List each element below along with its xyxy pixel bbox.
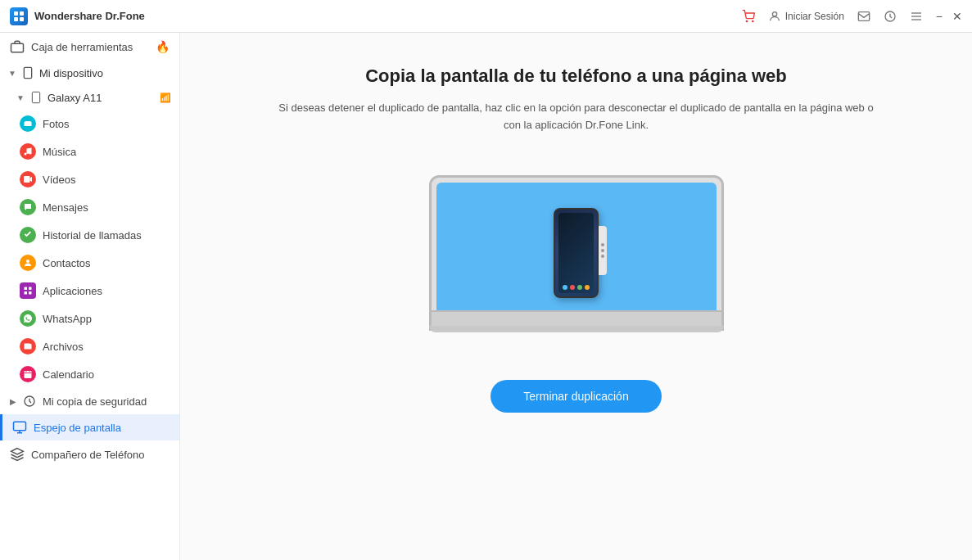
mensajes-icon [20,199,36,215]
laptop-body [429,175,724,331]
side-dot-1 [601,243,604,246]
musica-icon [20,143,36,160]
historial-label: Historial de llamadas [43,229,142,242]
archivos-icon [20,338,36,355]
page-title: Copia la pantalla de tu teléfono a una p… [365,65,787,87]
sidebar-item-companion[interactable]: Compañero de Teléfono [0,440,179,468]
svg-rect-2 [14,17,18,21]
toolbox-icon [10,39,25,54]
toolbox-label: Caja de herramientas [31,41,133,53]
mirror-icon [12,420,27,435]
login-button[interactable]: Iniciar Sesión [768,10,844,23]
sidebar-item-archivos[interactable]: Archivos [0,332,179,360]
sidebar-item-contactos[interactable]: Contactos [0,249,179,277]
laptop-stand [429,326,724,332]
phone-icon [29,91,43,104]
calendario-icon [20,366,36,382]
app-dot-4 [585,285,590,290]
phone-in-laptop [554,208,599,298]
mail-button[interactable] [857,10,870,23]
musica-label: Música [43,146,76,158]
calendario-label: Calendario [43,368,94,381]
sidebar-item-fotos[interactable]: Fotos [0,110,179,138]
sidebar-item-musica[interactable]: Música [0,138,179,165]
sidebar-item-galaxy[interactable]: ▼ Galaxy A11 📶 [0,85,179,110]
my-device-label: Mi dispositivo [39,67,103,79]
aplicaciones-label: Aplicaciones [43,285,102,297]
sidebar-item-videos[interactable]: Vídeos [0,165,179,193]
close-button[interactable]: ✕ [952,11,962,22]
sidebar-item-mirror[interactable]: Espejo de pantalla [0,414,179,440]
app-dot-3 [577,285,582,290]
svg-rect-0 [14,11,18,16]
whatsapp-label: WhatsApp [43,313,92,325]
companion-label: Compañero de Teléfono [31,449,145,461]
laptop-screen [436,183,717,323]
app-logo-icon [10,7,28,25]
phone-app-icons [563,285,590,290]
archivos-label: Archivos [43,341,84,353]
laptop-illustration [421,159,732,347]
main-layout: Caja de herramientas 🔥 ▼ Mi dispositivo … [0,33,972,560]
videos-icon [20,171,36,187]
contactos-icon [20,255,36,271]
cart-button[interactable] [742,10,755,23]
side-dot-2 [601,249,604,252]
app-name: Wondershare Dr.Fone [34,10,145,22]
sidebar-item-aplicaciones[interactable]: Aplicaciones [0,277,179,305]
companion-icon [10,447,25,462]
contactos-label: Contactos [43,257,91,269]
backup-icon [23,395,36,408]
sidebar-item-historial[interactable]: Historial de llamadas [0,221,179,249]
chevron-right-icon: ▶ [10,397,16,406]
sidebar-item-calendario[interactable]: Calendario [0,360,179,388]
svg-rect-1 [20,11,24,16]
svg-rect-12 [11,43,24,52]
minimize-button[interactable]: − [936,11,943,22]
content-area: Copia la pantalla de tu teléfono a una p… [180,33,972,560]
svg-rect-25 [25,371,32,378]
title-bar-actions: Iniciar Sesión [742,10,923,23]
chevron-icon: ▼ [8,69,16,78]
sidebar-item-backup[interactable]: ▶ Mi copia de seguridad [0,388,179,414]
svg-rect-19 [24,176,30,183]
svg-point-20 [26,260,29,263]
history-button[interactable] [884,10,897,23]
app-dot-2 [570,285,575,290]
sidebar-item-toolbox[interactable]: Caja de herramientas 🔥 [0,33,179,61]
phone-side-bar [599,226,607,275]
backup-label: Mi copia de seguridad [43,395,147,408]
whatsapp-icon [20,310,36,327]
svg-rect-22 [29,287,32,291]
svg-rect-21 [25,287,28,291]
videos-label: Vídeos [43,174,75,186]
svg-point-17 [25,153,27,156]
device-name-label: Galaxy A11 [47,92,102,104]
svg-rect-13 [24,67,31,78]
title-bar: Wondershare Dr.Fone Iniciar Sesión − ✕ [0,0,972,33]
sidebar-item-whatsapp[interactable]: WhatsApp [0,305,179,332]
chevron-down-icon: ▼ [16,93,25,102]
terminate-button[interactable]: Terminar duplicación [491,380,661,413]
app-dot-1 [563,285,567,290]
side-dot-3 [601,255,604,258]
svg-rect-24 [29,291,32,295]
page-description: Si deseas detener el duplicado de pantal… [269,100,884,134]
fotos-label: Fotos [43,118,70,130]
menu-button[interactable] [910,10,923,23]
mensajes-label: Mensajes [43,201,88,214]
svg-rect-3 [20,17,24,21]
svg-rect-15 [32,92,39,102]
historial-icon [20,227,36,243]
window-controls: − ✕ [936,11,962,22]
sidebar-item-my-device[interactable]: ▼ Mi dispositivo [0,61,179,85]
device-icon [21,66,34,79]
fotos-icon [20,115,36,132]
login-label: Iniciar Sesión [785,11,844,22]
svg-point-6 [772,11,776,16]
sidebar-item-mensajes[interactable]: Mensajes [0,193,179,221]
svg-rect-7 [858,11,869,20]
sidebar: Caja de herramientas 🔥 ▼ Mi dispositivo … [0,33,180,560]
app-logo: Wondershare Dr.Fone [10,7,742,25]
phone-screen-content [558,213,594,293]
